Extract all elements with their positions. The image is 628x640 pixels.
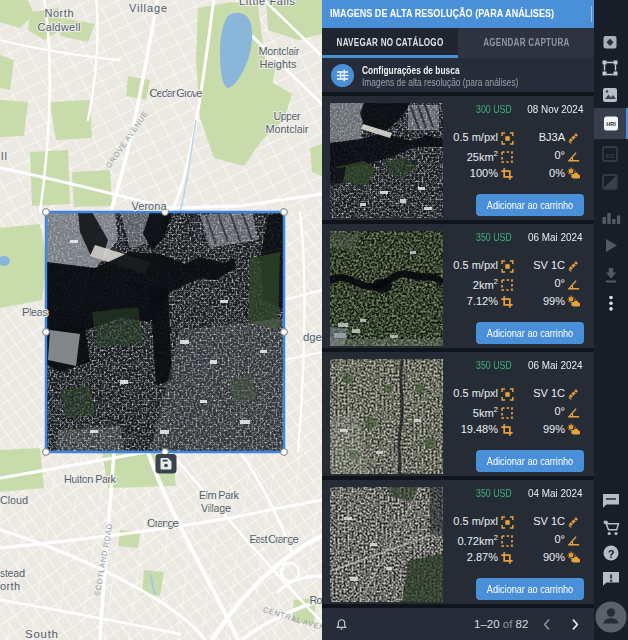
svg-text:?: ?: [608, 548, 615, 560]
svg-text:Upper: Upper: [274, 110, 301, 122]
svg-text:orth: orth: [0, 580, 20, 592]
svg-text:North: North: [45, 7, 74, 19]
svg-text:ll: ll: [1, 150, 7, 162]
svg-text:Caldwell: Caldwell: [38, 21, 81, 33]
svg-text:HRI: HRI: [606, 121, 616, 127]
svg-text:Verona: Verona: [132, 200, 168, 212]
svg-text:Cedar Grove: Cedar Grove: [150, 87, 203, 99]
svg-text:Montclair: Montclair: [259, 45, 300, 57]
svg-text:Orange: Orange: [147, 517, 179, 529]
svg-text:EO: EO: [606, 153, 615, 159]
svg-text:dge: dge: [303, 331, 322, 343]
svg-text:stead: stead: [0, 567, 25, 579]
svg-text:Montclair: Montclair: [266, 123, 309, 135]
svg-text:Little Falls: Little Falls: [239, 0, 296, 7]
svg-text:Ro: Ro: [310, 594, 323, 606]
svg-text:South: South: [25, 628, 58, 640]
svg-text:Cloud: Cloud: [0, 494, 28, 506]
svg-text:Elm Park: Elm Park: [199, 489, 240, 501]
svg-text:Village: Village: [201, 502, 231, 514]
svg-text:Village: Village: [129, 2, 167, 14]
svg-text:Pleas: Pleas: [22, 306, 48, 318]
svg-text:East Orange: East Orange: [250, 533, 299, 545]
svg-text:Heights: Heights: [260, 58, 298, 70]
svg-text:Hutton Park: Hutton Park: [64, 473, 117, 485]
